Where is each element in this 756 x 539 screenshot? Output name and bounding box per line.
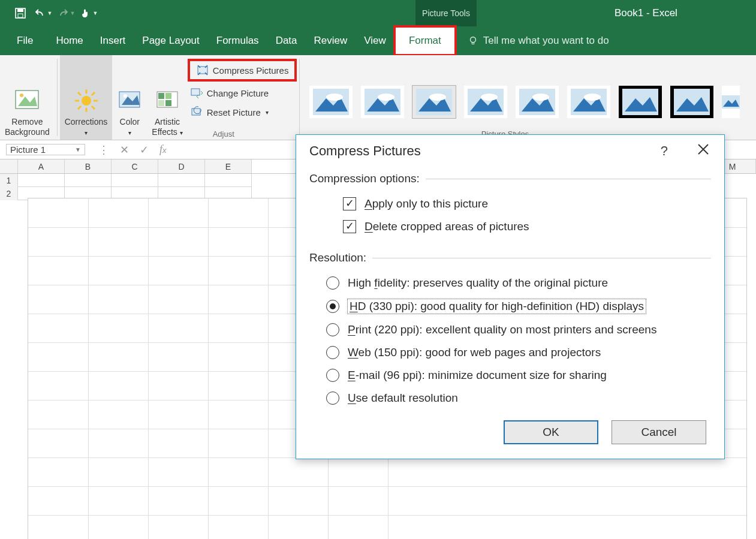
picture-styles-gallery[interactable]: Picture Styles <box>302 55 756 140</box>
svg-point-45 <box>584 94 601 101</box>
cancel-entry-icon[interactable]: ✕ <box>120 143 129 156</box>
corrections-label: Corrections▾ <box>65 117 108 137</box>
col-header-b[interactable]: B <box>65 159 112 173</box>
remove-background-button[interactable]: Remove Background <box>0 55 55 140</box>
delete-cropped-checkbox[interactable]: Delete cropped areas of pictures <box>309 215 711 238</box>
high-fidelity-label: High fidelity: preserves quality of the … <box>348 276 608 290</box>
svg-rect-22 <box>165 93 171 99</box>
title-bar: ▼ ▼ ▼ Picture Tools Book1 - Excel <box>0 0 756 26</box>
change-picture-label: Change Picture <box>207 88 269 98</box>
hd-label: HD (330 ppi): good quality for high-defi… <box>348 299 646 314</box>
svg-line-13 <box>78 92 81 95</box>
web-label: Web (150 ppi): good for web pages and pr… <box>348 346 601 359</box>
reset-picture-button[interactable]: Reset Picture ▾ <box>188 104 297 120</box>
apply-only-checkbox[interactable]: Apply only to this picture <box>309 192 711 215</box>
radio-hd[interactable]: HD (330 ppi): good quality for high-defi… <box>309 294 711 318</box>
remove-bg-icon <box>14 88 40 113</box>
ok-button[interactable]: OK <box>504 420 598 444</box>
col-header-e[interactable]: E <box>205 159 252 173</box>
svg-line-15 <box>92 92 95 95</box>
row-header-2[interactable]: 2 <box>0 187 18 200</box>
style-thumb-5[interactable] <box>516 86 559 118</box>
style-thumb-3[interactable] <box>412 86 456 118</box>
close-icon <box>697 143 710 156</box>
style-thumb-8[interactable] <box>670 86 713 118</box>
radio-default[interactable]: Use default resolution <box>309 387 711 409</box>
col-header-d[interactable]: D <box>158 159 205 173</box>
chevron-down-icon: ▾ <box>266 109 269 116</box>
select-all-corner[interactable] <box>0 159 18 173</box>
redo-icon <box>57 7 69 19</box>
col-header-c[interactable]: C <box>112 159 158 173</box>
print-label: Print (220 ppi): excellent quality on mo… <box>348 323 656 336</box>
radio-web[interactable]: Web (150 ppi): good for web pages and pr… <box>309 341 711 364</box>
svg-line-14 <box>92 106 95 109</box>
style-thumb-7[interactable] <box>619 86 662 118</box>
checkbox-icon <box>343 197 356 210</box>
radio-email[interactable]: E-mail (96 ppi): minimize document size … <box>309 364 711 387</box>
style-thumb-2[interactable] <box>361 86 404 118</box>
reset-picture-icon <box>190 106 203 119</box>
tab-home[interactable]: Home <box>47 26 91 55</box>
help-button[interactable]: ? <box>661 143 668 159</box>
tab-page-layout[interactable]: Page Layout <box>134 26 207 55</box>
undo-icon <box>34 7 46 19</box>
undo-button[interactable]: ▼ <box>34 5 53 22</box>
cancel-button[interactable]: Cancel <box>612 420 706 444</box>
svg-rect-21 <box>158 93 164 99</box>
compression-options-label: Compression options: <box>309 172 420 185</box>
style-thumb-1[interactable] <box>309 86 353 118</box>
confirm-entry-icon[interactable]: ✓ <box>140 143 149 156</box>
color-button[interactable]: Color▾ <box>112 55 147 140</box>
col-header-a[interactable]: A <box>18 159 65 173</box>
ribbon-tabs: File Home Insert Page Layout Formulas Da… <box>0 26 756 55</box>
radio-icon <box>326 392 339 405</box>
svg-point-30 <box>326 94 343 101</box>
svg-rect-27 <box>192 109 200 115</box>
email-label: E-mail (96 ppi): minimize document size … <box>348 369 607 382</box>
redo-button[interactable]: ▼ <box>56 5 76 22</box>
tab-format[interactable]: Format <box>394 26 456 55</box>
chevron-down-icon: ▼ <box>75 146 81 153</box>
close-button[interactable] <box>697 143 710 159</box>
svg-point-7 <box>20 94 23 97</box>
tab-data[interactable]: Data <box>267 26 306 55</box>
svg-point-33 <box>378 94 394 101</box>
row-header-1[interactable]: 1 <box>0 174 18 187</box>
svg-line-16 <box>78 106 81 109</box>
delete-cropped-label: Delete cropped areas of pictures <box>365 220 529 233</box>
style-thumb-6[interactable] <box>567 86 610 118</box>
svg-rect-26 <box>191 89 200 95</box>
style-thumb-4[interactable] <box>464 86 507 118</box>
change-picture-button[interactable]: Change Picture <box>188 85 297 101</box>
tab-view[interactable]: View <box>356 26 394 55</box>
touch-mode-button[interactable]: ▼ <box>79 5 98 22</box>
tab-formulas[interactable]: Formulas <box>208 26 267 55</box>
radio-high-fidelity[interactable]: High fidelity: preserves quality of the … <box>309 272 711 294</box>
resolution-label: Resolution: <box>309 251 366 264</box>
default-label: Use default resolution <box>348 392 458 405</box>
compress-label: Compress Pictures <box>213 65 289 76</box>
radio-icon <box>326 323 339 336</box>
artistic-effects-button[interactable]: Artistic Effects ▾ <box>147 55 187 140</box>
change-picture-icon <box>190 86 203 100</box>
style-thumb-9[interactable] <box>722 86 740 118</box>
svg-point-42 <box>532 94 549 101</box>
svg-rect-23 <box>158 100 164 106</box>
fx-icon[interactable]: fx <box>159 143 167 156</box>
window-title: Book1 - Excel <box>615 0 677 26</box>
adjust-group-label: Adjust <box>134 130 314 138</box>
tab-review[interactable]: Review <box>306 26 356 55</box>
tell-me-search[interactable]: Tell me what you want to do <box>468 35 609 47</box>
tab-file[interactable]: File <box>8 26 41 55</box>
apply-only-label: Apply only to this picture <box>365 197 488 210</box>
name-box[interactable]: Picture 1 ▼ <box>6 144 85 155</box>
tab-insert[interactable]: Insert <box>92 26 134 55</box>
save-button[interactable] <box>11 5 30 22</box>
radio-print[interactable]: Print (220 ppi): excellent quality on mo… <box>309 318 711 341</box>
corrections-button[interactable]: Corrections▾ <box>60 55 113 140</box>
compress-pictures-dialog: Compress Pictures ? Compression options:… <box>296 134 725 459</box>
quick-access-toolbar: ▼ ▼ ▼ <box>0 5 98 22</box>
compress-pictures-button[interactable]: Compress Pictures <box>188 59 297 82</box>
reset-picture-label: Reset Picture <box>207 107 261 118</box>
